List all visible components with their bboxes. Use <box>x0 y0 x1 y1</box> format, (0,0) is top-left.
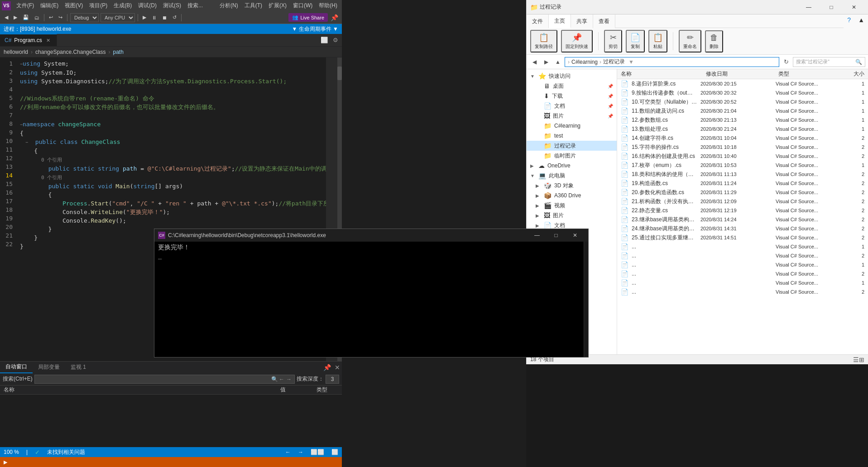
sidebar-item-temp[interactable]: 📁 临时图片 <box>527 151 617 161</box>
sidebar-item-process-records[interactable]: 📁 过程记录 <box>527 141 617 151</box>
pause-btn[interactable]: ⏸ <box>150 14 158 21</box>
menu-test[interactable]: 测试(S) <box>160 1 184 10</box>
ribbon-tab-view[interactable]: 查看 <box>593 14 615 28</box>
back-btn[interactable]: ◀ <box>3 14 10 21</box>
scroll-thumb[interactable] <box>337 67 342 80</box>
close-btn[interactable]: ✕ <box>844 0 864 14</box>
cmd-minimize-btn[interactable]: — <box>528 229 547 242</box>
nav-indicator-r[interactable]: → <box>298 449 303 455</box>
start-btn[interactable]: ▶ <box>141 14 148 21</box>
addr-back-btn[interactable]: ◀ <box>529 57 539 67</box>
copy-path-btn[interactable]: 📋 复制路径 <box>530 30 557 52</box>
cmd-content[interactable]: 更换完毕！ _ <box>154 242 584 357</box>
live-share-button[interactable]: 👥 Live Share <box>288 13 328 22</box>
maximize-btn[interactable]: □ <box>821 0 842 14</box>
undo-btn[interactable]: ↩ <box>47 14 55 21</box>
ribbon-tab-share[interactable]: 共享 <box>571 14 593 28</box>
file-row[interactable]: 📄 9.按输出传递参数（out的用法）.cs 2020/8/30 20:32 V… <box>617 88 868 97</box>
sidebar-item-downloads[interactable]: ⬇ 下载 📌 <box>527 91 617 101</box>
search-depth-input[interactable] <box>326 375 339 384</box>
breadcrumb-class[interactable]: changeSpance.ChangeClass <box>35 49 106 55</box>
tab-program-cs[interactable]: C# Program.cs ✕ <box>0 34 57 46</box>
file-row[interactable]: 📄 19.构造函数.cs 2020/8/31 11:24 Visual C# S… <box>617 179 868 188</box>
refresh-btn[interactable]: ↻ <box>781 57 791 67</box>
debug-config-select[interactable]: Debug <box>70 13 99 22</box>
cut-btn[interactable]: ✂ 剪切 <box>604 30 622 52</box>
lifecycle-event[interactable]: ▼ 生命周期事件 ▼ <box>292 25 338 33</box>
file-row[interactable]: 📄 18.类和结构体的使用（复习）.cs 2020/8/31 11:13 Vis… <box>617 170 868 179</box>
file-row[interactable]: 📄 8.递归计算阶乘.cs 2020/8/30 20:15 Visual C# … <box>617 79 868 88</box>
addr-folder[interactable]: 过程记录 <box>603 58 625 66</box>
file-row[interactable]: 📄 21.析构函数（并没有执行）.cs 2020/8/31 12:09 Visu… <box>617 197 868 206</box>
file-row[interactable]: 📄 10.可空类型（Nullable）.cs 2020/8/30 20:52 V… <box>617 97 868 106</box>
sidebar-item-3d[interactable]: ▶ 🎲 3D 对象 <box>527 181 617 191</box>
sidebar-item-desktop[interactable]: 🖥 桌面 📌 <box>527 81 617 91</box>
file-row[interactable]: 📄 ... Visual C# Source... 1 <box>617 242 868 251</box>
search-nav-fwd[interactable]: → <box>286 376 292 382</box>
sidebar-item-onedrive[interactable]: ▶ ☁ OneDrive <box>527 161 617 171</box>
sidebar-item-test[interactable]: 📁 test <box>527 131 617 141</box>
menu-window[interactable]: 窗口(W) <box>290 1 315 10</box>
save-btn[interactable]: 💾 <box>21 14 31 21</box>
sidebar-item-pictures[interactable]: 🖼 图片 📌 <box>527 111 617 121</box>
breadcrumb-member[interactable]: path <box>113 49 123 55</box>
search-nav-back[interactable]: ← <box>279 376 284 382</box>
list-view-btn[interactable]: ☰ <box>853 356 859 363</box>
tab-close-btn[interactable]: ✕ <box>45 37 52 44</box>
cmd-close-btn[interactable]: ✕ <box>566 229 585 242</box>
file-row[interactable]: 📄 14.创建字符串.cs 2020/8/31 10:04 Visual C# … <box>617 133 868 143</box>
sidebar-item-a360[interactable]: ▶ 📦 A360 Drive <box>527 191 617 200</box>
breadcrumb-file[interactable]: helloworld <box>4 49 28 55</box>
ribbon-tab-file[interactable]: 文件 <box>527 14 549 28</box>
menu-edit[interactable]: 编辑(E) <box>38 1 61 10</box>
redo-btn[interactable]: ↪ <box>57 14 64 21</box>
file-row[interactable]: 📄 17.枚举（enum）.cs 2020/8/31 10:53 Visual … <box>617 161 868 170</box>
rename-btn[interactable]: ✏ 重命名 <box>679 30 701 52</box>
tab-locals[interactable]: 局部变量 <box>33 362 65 373</box>
file-row[interactable]: 📄 16.结构体的创建及使用.cs 2020/8/31 10:40 Visual… <box>617 152 868 161</box>
nav-indicator[interactable]: ← <box>285 449 291 455</box>
split-view-btn[interactable]: ⬜⬜ <box>311 449 324 455</box>
file-row[interactable]: 📄 22.静态变量.cs 2020/8/31 12:19 Visual C# S… <box>617 206 868 215</box>
file-row[interactable]: 📄 13.数组处理.cs 2020/8/30 21:24 Visual C# S… <box>617 124 868 133</box>
file-row[interactable]: 📄 ... Visual C# Source... 2 <box>617 287 868 296</box>
copy-btn[interactable]: 📄 复制 <box>626 30 645 52</box>
menu-build[interactable]: 生成(B) <box>111 1 134 10</box>
file-row[interactable]: 📄 20.参数化构造函数.cs 2020/8/31 11:29 Visual C… <box>617 188 868 197</box>
restart-btn[interactable]: ↺ <box>171 14 178 21</box>
menu-analyze[interactable]: 分析(N) <box>217 1 241 10</box>
cmd-scrollbar[interactable] <box>584 242 588 357</box>
file-row[interactable]: 📄 12.参数数组.cs 2020/8/30 21:13 Visual C# S… <box>617 115 868 124</box>
file-row[interactable]: 📄 ... Visual C# Source... 2 <box>617 251 868 260</box>
tab-watch[interactable]: 监视 1 <box>65 362 91 373</box>
bottom-pin-btn[interactable]: 📌 <box>321 363 333 372</box>
paste-btn[interactable]: 📋 粘贴 <box>648 30 667 52</box>
menu-project[interactable]: 项目(P) <box>86 1 110 10</box>
menu-view[interactable]: 视图(V) <box>62 1 86 10</box>
col-date-header[interactable]: 修改日期 <box>706 70 778 78</box>
file-row[interactable]: 📄 11.数组的建及访问.cs 2020/8/30 21:04 Visual C… <box>617 106 868 115</box>
detail-view-btn[interactable]: ⊞ <box>859 356 864 363</box>
address-path[interactable]: › C#learning › 过程记录 ▼ <box>565 57 779 67</box>
search-icon[interactable]: 🔍 <box>271 376 278 382</box>
zoom-level[interactable]: 100 % <box>4 449 19 455</box>
pin-button[interactable]: 📌 <box>330 13 339 22</box>
settings-btn[interactable]: ⚙ <box>331 36 340 44</box>
file-row[interactable]: 📄 ... Visual C# Source... 1 <box>617 260 868 269</box>
save-all-btn[interactable]: 🗂 <box>33 14 41 21</box>
sidebar-item-videos[interactable]: ▶ 🎬 视频 <box>527 200 617 210</box>
menu-extensions[interactable]: 扩展(X) <box>266 1 289 10</box>
col-type-header[interactable]: 类型 <box>778 70 837 78</box>
file-row[interactable]: 📄 25.通过接口实现多重继承.cs 2020/8/31 14:51 Visua… <box>617 233 868 242</box>
col-name-header[interactable]: 名称 <box>621 70 706 78</box>
tab-autos[interactable]: 自动窗口 <box>0 361 33 373</box>
sidebar-item-pictures2[interactable]: ▶ 🖼 图片 <box>527 210 617 220</box>
addr-csharp[interactable]: C#learning <box>571 59 598 65</box>
help-icon[interactable]: ? <box>844 14 854 28</box>
search-input[interactable] <box>37 375 271 384</box>
cmd-maximize-btn[interactable]: □ <box>547 229 566 242</box>
addr-dropdown[interactable]: ▼ <box>628 59 634 65</box>
search-box[interactable]: 搜索"过程记录" 🔍 <box>793 57 865 67</box>
menu-debug[interactable]: 调试(D) <box>135 1 159 10</box>
file-row[interactable]: 📄 24.继承base调用基类的method.cs 2020/8/31 14:3… <box>617 224 868 233</box>
